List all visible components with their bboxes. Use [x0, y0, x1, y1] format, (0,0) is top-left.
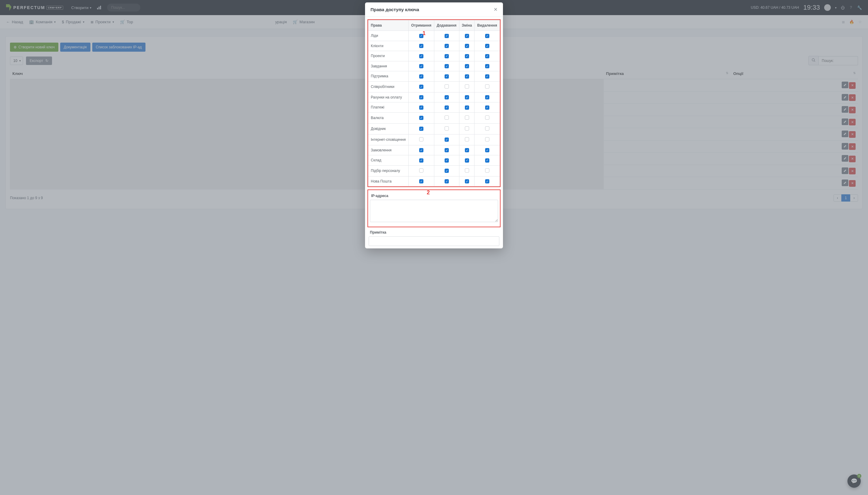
permission-label: Ліди [369, 31, 409, 41]
permission-checkbox[interactable]: ✓ [419, 44, 423, 48]
permission-checkbox[interactable] [465, 137, 469, 141]
permission-checkbox[interactable]: ✓ [445, 44, 449, 48]
permission-checkbox[interactable]: ✓ [445, 137, 449, 142]
permission-checkbox[interactable]: ✓ [445, 158, 449, 163]
permission-label: Завдання [369, 61, 409, 71]
perm-col-add: Додавання [434, 20, 459, 31]
permission-label: Підтримка [369, 71, 409, 82]
permission-label: Інтернет-сповіщення [369, 134, 409, 145]
permission-checkbox[interactable]: ✓ [445, 148, 449, 152]
permission-checkbox[interactable]: ✓ [445, 54, 449, 58]
permission-row: Завдання✓✓✓✓ [369, 61, 500, 71]
permission-row: Нова Пошта✓✓✓✓ [369, 176, 500, 186]
annotation-box-1: 1 Права Отримання Додавання Зміна Видале… [367, 19, 501, 187]
permission-checkbox[interactable]: ✓ [465, 34, 469, 38]
permission-checkbox[interactable]: ✓ [485, 54, 489, 58]
perm-col-edit: Зміна [459, 20, 475, 31]
permission-checkbox[interactable]: ✓ [419, 179, 423, 184]
permission-checkbox[interactable]: ✓ [465, 64, 469, 68]
permission-label: Платежі [369, 102, 409, 113]
permission-label: Проекти [369, 51, 409, 61]
permission-label: Співробітники [369, 81, 409, 92]
permission-label: Клієнти [369, 41, 409, 51]
permission-checkbox[interactable] [465, 168, 469, 173]
permission-checkbox[interactable] [445, 116, 449, 120]
annotation-number-1: 1 [423, 30, 426, 37]
permission-checkbox[interactable]: ✓ [419, 64, 423, 68]
permission-checkbox[interactable] [485, 84, 489, 88]
permission-row: Довідник✓ [369, 123, 500, 134]
permission-row: Замовлення✓✓✓✓ [369, 145, 500, 155]
permission-checkbox[interactable] [445, 84, 449, 88]
permission-checkbox[interactable]: ✓ [419, 148, 423, 152]
permission-checkbox[interactable]: ✓ [465, 74, 469, 79]
permission-row: Інтернет-сповіщення✓ [369, 134, 500, 145]
permission-label: Нова Пошта [369, 176, 409, 186]
permission-checkbox[interactable]: ✓ [485, 148, 489, 152]
permission-checkbox[interactable] [485, 168, 489, 173]
permission-checkbox[interactable]: ✓ [465, 54, 469, 58]
permission-checkbox[interactable]: ✓ [445, 74, 449, 79]
permission-checkbox[interactable]: ✓ [465, 44, 469, 48]
permission-row: Підбір персоналу✓ [369, 165, 500, 176]
permission-checkbox[interactable]: ✓ [445, 64, 449, 68]
permission-checkbox[interactable]: ✓ [445, 179, 449, 184]
modal-close-button[interactable]: ✕ [494, 7, 497, 12]
permission-label: Довідник [369, 123, 409, 134]
permission-checkbox[interactable]: ✓ [419, 158, 423, 163]
modal-title: Права доступу ключа [371, 7, 419, 12]
ip-address-textarea[interactable] [370, 200, 498, 216]
permission-checkbox[interactable]: ✓ [445, 95, 449, 99]
perm-col-get: Отримання [409, 20, 434, 31]
permission-checkbox[interactable] [485, 126, 489, 131]
permission-label: Рахунки на оплату [369, 92, 409, 102]
annotation-number-2: 2 [427, 189, 430, 196]
permission-checkbox[interactable]: ✓ [419, 126, 423, 131]
permission-checkbox[interactable] [485, 116, 489, 120]
permission-checkbox[interactable]: ✓ [419, 85, 423, 89]
permissions-table: Права Отримання Додавання Зміна Видаленн… [368, 20, 500, 186]
perm-col-delete: Видалення [475, 20, 500, 31]
permission-checkbox[interactable]: ✓ [419, 95, 423, 99]
permission-checkbox[interactable] [465, 116, 469, 120]
permission-checkbox[interactable] [445, 126, 449, 131]
permission-label: Валюта [369, 113, 409, 123]
permission-row: Проекти✓✓✓✓ [369, 51, 500, 61]
permission-label: Склад [369, 155, 409, 166]
permission-checkbox[interactable]: ✓ [485, 44, 489, 48]
modal-backdrop: Права доступу ключа ✕ 1 Права Отримання … [0, 0, 868, 216]
permissions-modal: Права доступу ключа ✕ 1 Права Отримання … [365, 2, 503, 216]
permission-checkbox[interactable]: ✓ [419, 116, 423, 120]
permission-checkbox[interactable]: ✓ [465, 148, 469, 152]
permission-checkbox[interactable]: ✓ [485, 74, 489, 79]
permission-checkbox[interactable] [419, 137, 423, 141]
permission-checkbox[interactable]: ✓ [465, 95, 469, 99]
permission-checkbox[interactable]: ✓ [465, 179, 469, 184]
permission-checkbox[interactable]: ✓ [419, 54, 423, 58]
permission-label: Замовлення [369, 145, 409, 155]
permission-checkbox[interactable]: ✓ [445, 34, 449, 38]
annotation-box-2: 2 IP-адреса [367, 189, 501, 216]
permission-checkbox[interactable] [465, 126, 469, 131]
permission-row: Платежі✓✓✓✓ [369, 102, 500, 113]
permission-checkbox[interactable]: ✓ [445, 105, 449, 110]
permission-row: Рахунки на оплату✓✓✓✓ [369, 92, 500, 102]
permission-label: Підбір персоналу [369, 165, 409, 176]
permission-row: Співробітники✓ [369, 81, 500, 92]
permission-checkbox[interactable]: ✓ [445, 169, 449, 173]
permission-checkbox[interactable] [419, 168, 423, 173]
permission-row: Валюта✓ [369, 113, 500, 123]
permission-checkbox[interactable]: ✓ [485, 105, 489, 110]
permission-row: Клієнти✓✓✓✓ [369, 41, 500, 51]
permission-checkbox[interactable]: ✓ [465, 158, 469, 163]
permission-checkbox[interactable]: ✓ [485, 34, 489, 38]
permission-checkbox[interactable]: ✓ [485, 179, 489, 184]
permission-checkbox[interactable]: ✓ [485, 158, 489, 163]
permission-checkbox[interactable] [485, 137, 489, 141]
permission-checkbox[interactable]: ✓ [419, 74, 423, 79]
permission-checkbox[interactable] [465, 84, 469, 88]
permission-checkbox[interactable]: ✓ [419, 105, 423, 110]
permission-checkbox[interactable]: ✓ [465, 105, 469, 110]
permission-checkbox[interactable]: ✓ [485, 95, 489, 99]
permission-checkbox[interactable]: ✓ [485, 64, 489, 68]
